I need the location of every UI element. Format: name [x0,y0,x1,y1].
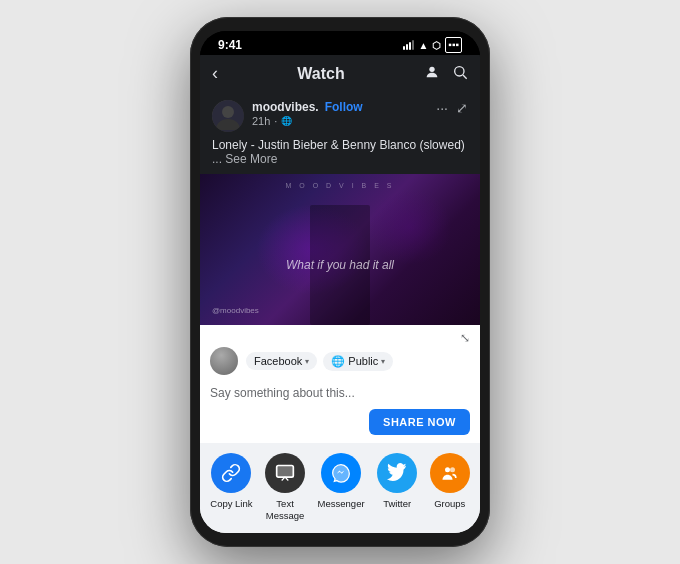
profile-icon[interactable] [424,64,440,84]
share-action-copy-link[interactable]: Copy Link [210,453,252,521]
more-options-icon[interactable]: ··· [436,100,448,116]
text-message-icon [265,453,305,493]
svg-point-4 [222,106,234,118]
notch [310,41,370,53]
author-name-row: moodvibes. Follow [252,100,436,114]
author-actions: ··· ⤢ [436,100,468,116]
compose-input-row[interactable]: Say something about this... [200,381,480,409]
svg-point-1 [455,66,464,75]
composer-avatar [210,347,238,375]
battery-icon: ▪▪▪ [445,37,462,53]
groups-label: Groups [434,498,465,509]
video-area[interactable]: M O O D V I B E S What if you had it all… [200,174,480,325]
bluetooth-icon: ⬡ [432,40,441,51]
status-right: ▲ ⬡ ▪▪▪ [403,37,462,53]
post-time: 21h [252,115,270,127]
globe-icon: 🌐 [281,116,292,126]
compose-options: Facebook ▾ 🌐 Public ▾ [246,352,393,371]
copy-link-icon [211,453,251,493]
page-title: Watch [297,65,344,83]
share-now-button[interactable]: SHARE NOW [369,409,470,435]
share-btn-row: SHARE NOW [200,409,480,443]
compose-placeholder: Say something about this... [210,386,355,400]
compose-row: Facebook ▾ 🌐 Public ▾ [200,347,480,381]
audience-selector[interactable]: Facebook ▾ [246,352,317,370]
header-icons [424,64,468,84]
video-overlay-text: What if you had it all [286,258,394,272]
share-action-text-message[interactable]: TextMessage [265,453,305,521]
video-watermark: M O O D V I B E S [286,182,395,189]
audience-label: Facebook [254,355,302,367]
author-info: moodvibes. Follow 21h · 🌐 [252,100,436,127]
signal-bars-icon [403,40,414,50]
author-meta: 21h · 🌐 [252,115,436,127]
share-action-groups[interactable]: Groups [430,453,470,521]
author-avatar [212,100,244,132]
separator: · [274,115,277,127]
groups-icon [430,453,470,493]
privacy-label: Public [348,355,378,367]
avatar-image [212,100,244,132]
share-panel: ⤡ Facebook ▾ 🌐 Public ▾ [200,325,480,533]
text-message-label: TextMessage [266,498,305,521]
follow-button[interactable]: Follow [325,100,363,114]
video-handle: @moodvibes [212,306,259,315]
wifi-icon: ▲ [418,40,428,51]
messenger-icon [321,453,361,493]
phone-screen: 9:41 ▲ ⬡ ▪▪▪ ‹ Watch [200,31,480,533]
twitter-label: Twitter [383,498,411,509]
see-more-button[interactable]: ... See More [212,152,277,166]
svg-line-2 [463,75,467,79]
copy-link-label: Copy Link [210,498,252,509]
author-name[interactable]: moodvibes. [252,100,319,114]
composer-avatar-image [210,347,238,375]
svg-point-0 [429,66,434,71]
collapse-row: ⤡ [200,325,480,347]
privacy-chevron: ▾ [381,357,385,366]
audience-chevron: ▾ [305,357,309,366]
twitter-icon [377,453,417,493]
post-title: Lonely - Justin Bieber & Benny Blanco (s… [212,138,465,152]
back-button[interactable]: ‹ [212,63,218,84]
share-action-messenger[interactable]: Messenger [318,453,365,521]
expand-icon[interactable]: ⤢ [456,100,468,116]
share-actions: Copy Link TextMessage Messenger [200,443,480,533]
privacy-selector[interactable]: 🌐 Public ▾ [323,352,393,371]
search-icon[interactable] [452,64,468,84]
messenger-label: Messenger [318,498,365,509]
collapse-icon[interactable]: ⤡ [460,331,470,345]
post-author-row: moodvibes. Follow 21h · 🌐 ··· ⤢ [200,92,480,136]
privacy-globe-icon: 🌐 [331,355,345,368]
phone-shell: 9:41 ▲ ⬡ ▪▪▪ ‹ Watch [190,17,490,547]
fb-header: ‹ Watch [200,55,480,92]
svg-rect-5 [277,466,294,478]
status-time: 9:41 [218,38,242,52]
post-text: Lonely - Justin Bieber & Benny Blanco (s… [200,136,480,174]
svg-point-7 [445,467,450,472]
share-action-twitter[interactable]: Twitter [377,453,417,521]
svg-point-8 [450,467,455,472]
